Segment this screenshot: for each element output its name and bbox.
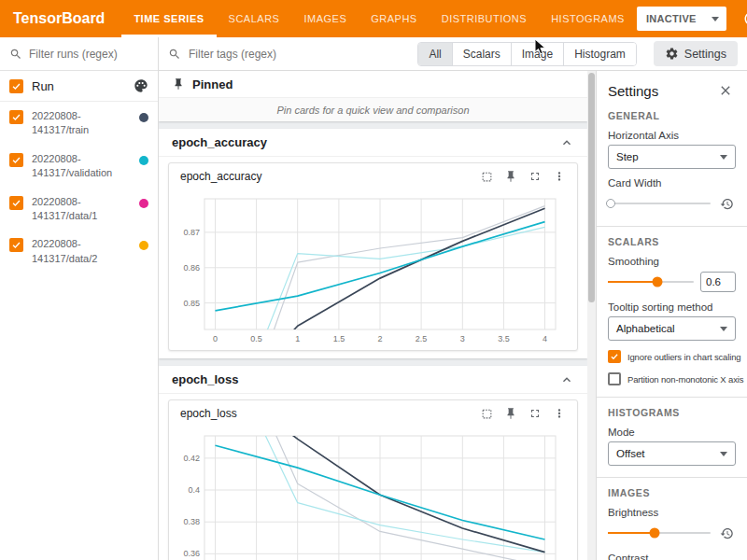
run-label: 20220808-141317/data/2 <box>32 237 131 266</box>
pinned-empty-hint: Pin cards for a quick view and compariso… <box>159 97 587 121</box>
scalars-heading: SCALARS <box>608 236 736 247</box>
more-options-icon[interactable] <box>549 166 570 187</box>
smoothing-slider[interactable] <box>608 281 694 283</box>
fullscreen-icon[interactable] <box>525 166 545 187</box>
pinned-header: Pinned <box>159 71 587 97</box>
select-all-runs-checkbox[interactable] <box>9 79 23 93</box>
chip-scalars[interactable]: Scalars <box>452 43 511 65</box>
brightness-slider[interactable] <box>608 532 711 534</box>
main-scrollbar <box>587 71 596 560</box>
theme-toggle-icon[interactable] <box>738 5 747 33</box>
ignore-outliers-row: Ignore outliers in chart scaling <box>608 350 736 363</box>
slider-knob[interactable] <box>653 277 663 287</box>
run-row-data-1: 20220808-141317/data/1 <box>0 188 158 231</box>
settings-panel-header: Settings <box>608 80 736 101</box>
tab-histograms[interactable]: HISTOGRAMS <box>539 0 637 37</box>
partition-x-axis-row: Partition non-monotonic X axis <box>608 372 736 385</box>
run-checkbox[interactable] <box>9 110 23 124</box>
partition-x-axis-checkbox[interactable] <box>608 372 621 385</box>
chevron-down-icon <box>720 155 727 160</box>
search-icon <box>168 48 181 61</box>
divider <box>597 226 747 227</box>
run-checkbox[interactable] <box>9 153 23 167</box>
pin-icon[interactable] <box>500 403 521 424</box>
chevron-up-icon[interactable] <box>559 135 574 150</box>
section-body: epoch_accuracy 00.511.522.533.540.850.86… <box>159 157 587 358</box>
runs-header-label: Run <box>32 79 125 93</box>
card-width-slider[interactable] <box>608 203 711 204</box>
reload-status-dropdown[interactable]: INACTIVE <box>637 7 726 31</box>
chip-image[interactable]: Image <box>511 43 563 65</box>
pin-icon[interactable] <box>500 166 521 187</box>
section-header-epoch-loss[interactable]: epoch_loss <box>159 366 587 394</box>
reset-icon[interactable] <box>717 194 736 213</box>
reset-icon[interactable] <box>717 524 736 542</box>
tab-time-series[interactable]: TIME SERIES <box>121 0 216 37</box>
fit-domain-icon[interactable] <box>476 166 497 187</box>
run-checkbox[interactable] <box>9 238 23 252</box>
tag-filter-toolbar: All Scalars Image Histogram Settings <box>159 37 747 71</box>
chip-histogram[interactable]: Histogram <box>563 43 636 65</box>
run-checkbox[interactable] <box>9 196 23 210</box>
slider-knob[interactable] <box>606 199 615 208</box>
run-color-swatch <box>139 199 148 208</box>
smoothing-input[interactable] <box>700 272 736 292</box>
chevron-down-icon <box>720 327 727 331</box>
svg-text:1.5: 1.5 <box>333 334 345 343</box>
run-row-data-2: 20220808-141317/data/2 <box>0 230 158 273</box>
tab-distributions[interactable]: DISTRIBUTIONS <box>430 0 539 37</box>
palette-icon[interactable] <box>134 78 148 93</box>
svg-text:3.5: 3.5 <box>498 334 510 343</box>
filter-runs-box <box>0 37 158 71</box>
run-color-swatch <box>139 113 148 122</box>
histograms-heading: HISTOGRAMS <box>608 407 736 418</box>
svg-text:0.36: 0.36 <box>183 549 200 558</box>
tab-graphs[interactable]: GRAPHS <box>359 0 429 37</box>
tooltip-sorting-select[interactable]: Alphabetical <box>608 316 736 341</box>
run-row-validation: 20220808-141317/validation <box>0 145 158 188</box>
ignore-outliers-checkbox[interactable] <box>608 350 621 363</box>
search-icon <box>9 48 22 61</box>
brightness-row <box>608 522 736 544</box>
scalar-card-epoch-loss: epoch_loss 00.511.522.533.540.360.380.40… <box>168 399 578 560</box>
card-title: epoch_loss <box>180 407 237 420</box>
slider-fill <box>608 281 657 283</box>
filter-runs-input[interactable] <box>29 48 148 61</box>
horizontal-axis-select[interactable]: Step <box>608 145 736 169</box>
pin-icon <box>172 77 185 91</box>
svg-text:0.42: 0.42 <box>183 454 200 463</box>
tooltip-sorting-label: Tooltip sorting method <box>608 301 736 313</box>
section-title: epoch_loss <box>172 372 239 386</box>
chevron-down-icon <box>712 17 719 21</box>
scrollbar-thumb[interactable] <box>588 73 595 302</box>
section-header-epoch-accuracy[interactable]: epoch_accuracy <box>159 129 587 157</box>
horizontal-axis-label: Horizontal Axis <box>608 130 736 141</box>
tab-scalars[interactable]: SCALARS <box>217 0 292 37</box>
partition-x-axis-label: Partition non-monotonic X axis <box>627 374 743 385</box>
general-heading: GENERAL <box>608 110 736 121</box>
chevron-up-icon[interactable] <box>559 372 574 387</box>
fullscreen-icon[interactable] <box>525 403 545 424</box>
section-epoch-loss: epoch_loss epoch_loss 00.511.522.533.540… <box>159 366 587 560</box>
svg-text:3: 3 <box>460 334 465 343</box>
histogram-mode-select[interactable]: Offset <box>608 441 736 466</box>
slider-knob[interactable] <box>649 528 659 539</box>
topbar-actions: INACTIVE ? <box>637 0 747 37</box>
more-options-icon[interactable] <box>549 403 570 424</box>
close-icon[interactable] <box>715 80 736 101</box>
svg-text:2.5: 2.5 <box>416 334 428 343</box>
top-app-bar: TensorBoard TIME SERIES SCALARS IMAGES G… <box>0 0 747 37</box>
svg-text:0.87: 0.87 <box>183 228 200 237</box>
filter-tags-input[interactable] <box>189 48 410 61</box>
epoch-loss-chart[interactable]: 00.511.522.533.540.360.380.40.42 <box>173 427 573 560</box>
run-color-swatch <box>139 156 148 165</box>
chip-all[interactable]: All <box>418 43 451 65</box>
fit-domain-icon[interactable] <box>476 403 497 424</box>
slider-fill <box>608 532 655 534</box>
epoch-accuracy-chart[interactable]: 00.511.522.533.540.850.860.87 <box>173 189 573 350</box>
divider <box>597 397 747 398</box>
divider <box>597 477 747 478</box>
settings-button[interactable]: Settings <box>654 41 738 66</box>
tab-images[interactable]: IMAGES <box>291 0 359 37</box>
section-epoch-accuracy: epoch_accuracy epoch_accuracy 00.511.522… <box>159 129 587 358</box>
